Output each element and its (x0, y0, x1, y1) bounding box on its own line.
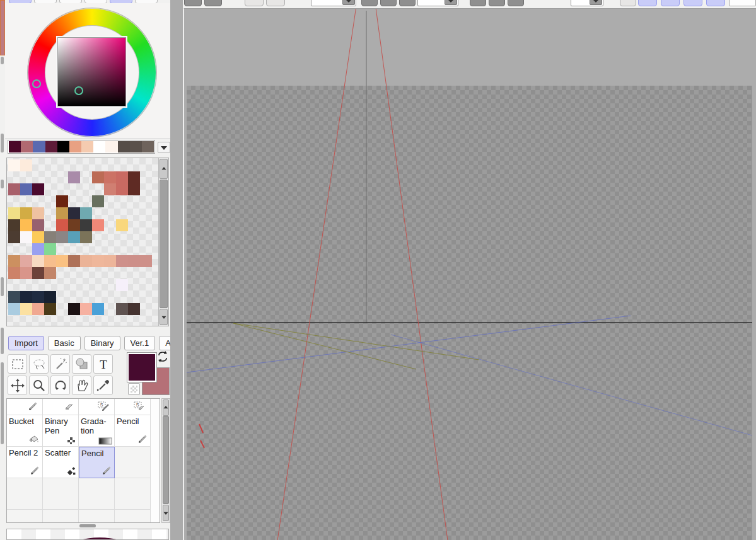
tool-pencil-2[interactable]: Pencil 2 (7, 447, 43, 478)
color-swatch[interactable] (128, 255, 140, 267)
rail-scroll-handle[interactable] (1, 328, 4, 354)
color-swatch[interactable] (32, 255, 44, 267)
color-swatch[interactable] (44, 303, 56, 315)
tool-bucket[interactable]: Bucket (7, 415, 43, 447)
toolbar-button[interactable] (683, 0, 702, 6)
scroll-up-button[interactable] (163, 399, 169, 416)
color-swatch[interactable] (44, 231, 56, 243)
color-swatch[interactable] (104, 255, 116, 267)
toolbar-button[interactable] (361, 0, 378, 6)
color-swatch[interactable] (80, 255, 92, 267)
zoom-tool-button[interactable] (29, 376, 49, 395)
color-swatch[interactable] (32, 219, 44, 231)
color-swatch[interactable] (8, 231, 20, 243)
history-swatch[interactable] (93, 141, 105, 152)
color-swatch[interactable] (56, 231, 68, 243)
hue-selector-icon[interactable] (32, 79, 41, 88)
scrollbar-thumb[interactable] (163, 416, 169, 504)
color-swatch[interactable] (68, 207, 80, 219)
transparent-color-button[interactable] (128, 383, 140, 395)
toolbar-button[interactable] (266, 0, 285, 6)
color-swatch[interactable] (20, 255, 32, 267)
lasso-tool-button[interactable] (29, 354, 49, 374)
color-swatch[interactable] (92, 171, 104, 183)
color-swatch[interactable] (44, 243, 56, 255)
swatch-scrollbar[interactable] (158, 158, 168, 326)
color-swatch[interactable] (68, 231, 80, 243)
toolbar-button[interactable] (184, 0, 202, 6)
toolbar-button[interactable] (204, 0, 222, 6)
history-swatch[interactable] (57, 141, 69, 152)
color-swatch[interactable] (68, 219, 80, 231)
color-swatch[interactable] (116, 171, 128, 183)
toolbar-dropdown[interactable] (417, 0, 458, 6)
shape-tool-button[interactable] (72, 354, 91, 374)
scroll-up-button[interactable] (160, 159, 168, 179)
tool-pencil[interactable] (7, 399, 43, 415)
color-swatch[interactable] (128, 303, 140, 315)
color-swatch[interactable] (56, 195, 68, 207)
color-swatch[interactable] (8, 267, 20, 279)
color-swatch[interactable] (44, 291, 56, 303)
toolbar-dropdown[interactable] (571, 0, 603, 6)
tool-pencil[interactable]: Pencil (115, 415, 151, 447)
toolbar-button[interactable] (245, 0, 264, 6)
tool-sel-pencil[interactable]: S (79, 399, 115, 415)
rail-scroll-handle[interactable] (1, 277, 4, 296)
tool-sel-eraser[interactable]: S (115, 399, 151, 415)
color-swatch[interactable] (32, 183, 44, 195)
toolbar-button[interactable] (380, 0, 397, 6)
rotate-tool-button[interactable] (50, 376, 70, 395)
history-swatch[interactable] (142, 141, 154, 152)
color-swatch[interactable] (68, 255, 80, 267)
color-swatch[interactable] (104, 183, 116, 195)
toolbar-button[interactable] (661, 0, 680, 6)
color-swatch[interactable] (128, 171, 140, 183)
toolbar-button[interactable] (508, 0, 524, 6)
color-swatch[interactable] (8, 207, 20, 219)
color-swatch[interactable] (44, 255, 56, 267)
color-swatch[interactable] (116, 219, 128, 231)
rail-scroll-handle[interactable] (1, 180, 4, 188)
swap-colors-icon[interactable] (156, 350, 169, 363)
rail-scroll-handle[interactable] (1, 57, 4, 64)
navigator-thumbnail[interactable] (0, 0, 5, 55)
color-swatch[interactable] (20, 159, 32, 171)
color-swatch[interactable] (8, 219, 20, 231)
toolbar-button[interactable] (399, 0, 416, 6)
color-swatch[interactable] (32, 243, 44, 255)
history-swatch[interactable] (33, 141, 45, 152)
color-swatch[interactable] (92, 303, 104, 315)
color-swatch[interactable] (44, 267, 56, 279)
hand-tool-button[interactable] (72, 376, 91, 395)
color-swatch[interactable] (20, 183, 32, 195)
history-swatch[interactable] (130, 141, 142, 152)
tool-pencil[interactable]: Pencil (79, 447, 115, 478)
magic-wand-tool-button[interactable] (50, 354, 70, 374)
move-tool-button[interactable] (8, 376, 27, 395)
scroll-down-button[interactable] (160, 309, 168, 325)
scrollbar-thumb[interactable] (160, 180, 168, 308)
color-swatch[interactable] (20, 267, 32, 279)
toolbar-dropdown[interactable] (311, 0, 356, 6)
toolbar-button[interactable] (489, 0, 505, 6)
tool-grada-tion[interactable]: Grada-tion (79, 415, 115, 447)
panel-divider[interactable] (170, 0, 184, 540)
color-swatch[interactable] (56, 207, 68, 219)
color-swatch[interactable] (56, 219, 68, 231)
color-swatch[interactable] (68, 303, 80, 315)
tool-eraser[interactable] (43, 399, 79, 415)
color-swatch[interactable] (80, 219, 92, 231)
foreground-color-swatch[interactable] (127, 353, 156, 382)
history-swatch[interactable] (45, 141, 57, 152)
tab-binary[interactable]: Binary (84, 336, 120, 350)
color-swatch[interactable] (32, 267, 44, 279)
rail-scroll-handle[interactable] (1, 362, 4, 444)
toolbar-button[interactable] (470, 0, 486, 6)
spinner-icon[interactable] (445, 0, 457, 5)
rect-select-tool-button[interactable] (8, 354, 27, 374)
spinner-icon[interactable] (590, 0, 602, 5)
color-swatch[interactable] (8, 183, 20, 195)
color-swatch[interactable] (8, 255, 20, 267)
saturation-value-square[interactable] (58, 38, 125, 106)
